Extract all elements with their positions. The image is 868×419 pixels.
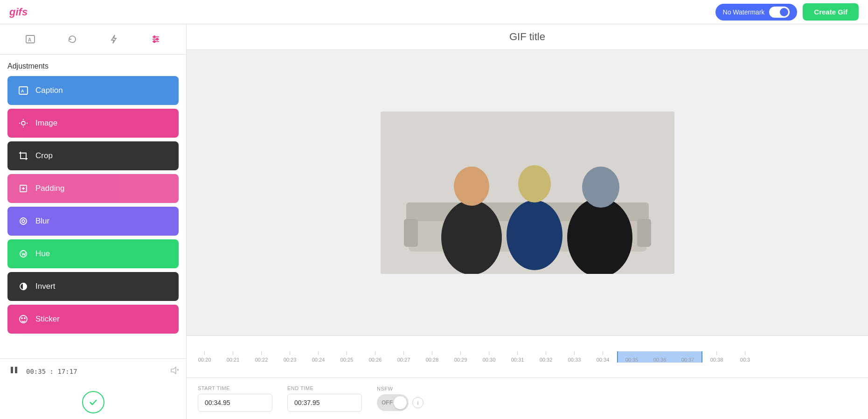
header-right: No Watermark Create Gif	[715, 3, 859, 21]
gif-title: GIF title	[187, 24, 868, 50]
svg-point-5	[153, 36, 155, 38]
svg-rect-20	[15, 367, 17, 373]
svg-point-28	[454, 167, 489, 206]
sidebar-content: Adjustments A Caption Image	[0, 55, 186, 358]
adjustments-toolbar-icon[interactable]	[147, 31, 164, 48]
svg-point-6	[156, 38, 158, 40]
tick-0038: 00:38	[702, 351, 731, 363]
svg-text:A: A	[28, 37, 31, 42]
crop-btn-label: Crop	[35, 151, 53, 161]
tick-0036[interactable]: 00:36	[646, 351, 674, 363]
crop-button[interactable]: Crop	[7, 141, 179, 170]
start-time-label: START TIME	[198, 385, 272, 391]
svg-point-15	[22, 220, 25, 223]
svg-text:A: A	[21, 89, 24, 93]
nsfw-group: NSFW OFF i	[377, 386, 424, 411]
nsfw-info-icon[interactable]: i	[412, 397, 424, 408]
tick-0027: 00:27	[389, 351, 418, 363]
rotate-toolbar-icon[interactable]	[64, 31, 81, 48]
end-time-label: END TIME	[287, 385, 362, 391]
header: gifs No Watermark Create Gif	[0, 0, 868, 24]
sticker-btn-label: Sticker	[35, 314, 60, 324]
blur-btn-label: Blur	[35, 216, 49, 226]
svg-point-27	[441, 200, 502, 274]
caption-btn-icon: A	[17, 84, 30, 97]
create-gif-button[interactable]: Create Gif	[803, 3, 859, 21]
flash-toolbar-icon[interactable]	[105, 31, 122, 48]
tick-0035[interactable]: 00:35	[617, 351, 646, 363]
invert-button[interactable]: Invert	[7, 272, 179, 301]
timeline-area: 00:20 00:21 00:22 00:23 00:24 00:25 00:2…	[187, 335, 868, 377]
image-btn-icon	[17, 117, 30, 130]
tick-0024: 00:24	[304, 351, 333, 363]
svg-point-29	[507, 200, 562, 270]
svg-point-32	[582, 167, 619, 208]
caption-toolbar-icon[interactable]: A	[22, 31, 39, 48]
time-display: 00:35 : 17:17	[26, 368, 77, 375]
main-content: GIF title	[187, 24, 868, 419]
image-btn-label: Image	[35, 119, 57, 128]
sidebar: A	[0, 24, 187, 419]
logo: gifs	[9, 6, 28, 18]
preview-area	[187, 50, 868, 335]
tick-0021: 00:21	[219, 351, 247, 363]
tick-0026: 00:26	[361, 351, 389, 363]
no-watermark-label: No Watermark	[723, 8, 765, 16]
sidebar-toolbar: A	[0, 24, 186, 55]
caption-button[interactable]: A Caption	[7, 76, 179, 105]
confirm-button[interactable]	[82, 391, 104, 413]
tick-0025: 00:25	[333, 351, 361, 363]
hue-btn-label: Hue	[35, 249, 50, 258]
svg-rect-34	[637, 219, 651, 247]
tick-0022: 00:22	[247, 351, 276, 363]
svg-rect-33	[404, 219, 418, 247]
sidebar-footer	[0, 384, 186, 419]
sticker-button[interactable]: Sticker	[7, 305, 179, 334]
invert-btn-icon	[17, 280, 30, 293]
svg-point-14	[20, 218, 27, 224]
nsfw-toggle-circle	[394, 396, 407, 409]
hue-btn-icon	[17, 247, 30, 260]
end-time-group: END TIME	[287, 385, 362, 412]
start-time-group: START TIME	[198, 385, 272, 412]
image-button[interactable]: Image	[7, 109, 179, 138]
tick-0033: 00:33	[560, 351, 589, 363]
preview-image	[381, 112, 674, 274]
nsfw-toggle-text: OFF	[382, 399, 393, 406]
start-time-input[interactable]	[198, 394, 272, 412]
tick-0023: 00:23	[276, 351, 304, 363]
blur-btn-icon	[17, 215, 30, 228]
padding-btn-label: Padding	[35, 184, 64, 193]
no-watermark-toggle[interactable]	[769, 7, 790, 18]
padding-btn-icon	[17, 182, 30, 195]
tick-0030: 00:30	[475, 351, 503, 363]
bottom-controls: START TIME END TIME NSFW OFF i	[187, 377, 868, 419]
end-time-input[interactable]	[287, 394, 362, 412]
tick-0020: 00:20	[190, 351, 219, 363]
hue-button[interactable]: Hue	[7, 239, 179, 268]
tick-0034: 00:34	[589, 351, 617, 363]
timeline-track[interactable]: 00:20 00:21 00:22 00:23 00:24 00:25 00:2…	[187, 336, 868, 377]
play-pause-button[interactable]	[7, 363, 21, 379]
svg-marker-21	[171, 367, 176, 374]
svg-point-7	[153, 41, 155, 42]
mute-button[interactable]	[169, 366, 179, 377]
blur-button[interactable]: Blur	[7, 207, 179, 236]
svg-point-30	[518, 165, 551, 203]
invert-btn-label: Invert	[35, 282, 56, 291]
tick-0028: 00:28	[418, 351, 446, 363]
nsfw-toggle[interactable]: OFF	[377, 394, 409, 411]
nsfw-toggle-container: OFF i	[377, 394, 424, 411]
nsfw-label: NSFW	[377, 386, 424, 391]
crop-btn-icon	[17, 149, 30, 162]
gif-preview	[381, 112, 674, 274]
tick-0037[interactable]: 00:37	[674, 351, 702, 363]
main-layout: A	[0, 24, 868, 419]
sticker-btn-icon	[17, 313, 30, 326]
tick-0031: 00:31	[503, 351, 532, 363]
adjustments-title: Adjustments	[7, 62, 179, 70]
svg-point-31	[567, 198, 632, 274]
padding-button[interactable]: Padding	[7, 174, 179, 203]
svg-point-10	[21, 121, 25, 125]
tick-0029: 00:29	[446, 351, 475, 363]
